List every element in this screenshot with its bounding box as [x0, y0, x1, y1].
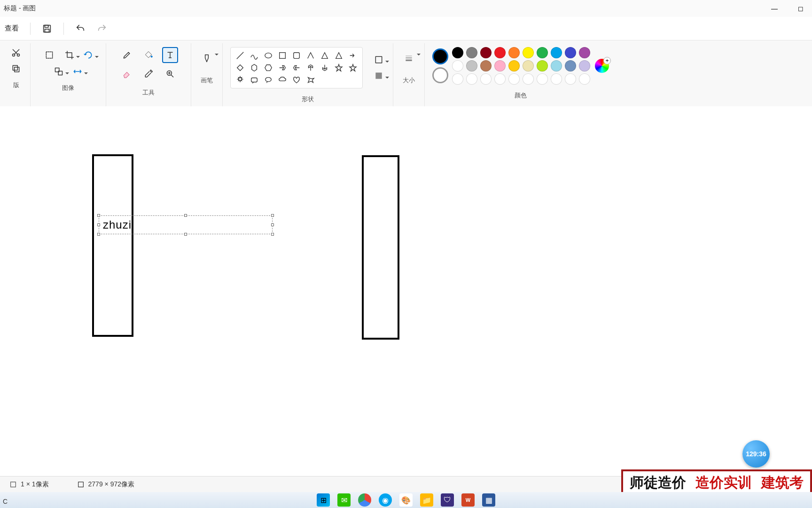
- shape-outline-icon[interactable]: [372, 54, 385, 65]
- color-picker-icon[interactable]: [141, 66, 156, 82]
- edit-colors-icon[interactable]: [595, 59, 609, 73]
- text-input-box[interactable]: zhuzi: [99, 215, 273, 234]
- minimize-button[interactable]: —: [767, 5, 782, 12]
- text-tool-icon[interactable]: [162, 47, 178, 63]
- taskbar: C ⊞ ✉ ◉ 🎨 📁 🛡 W ▦: [0, 492, 812, 508]
- taskbar-wps-icon[interactable]: W: [461, 493, 475, 507]
- crop-icon[interactable]: [63, 49, 76, 61]
- image-label: 图像: [62, 81, 74, 96]
- titlebar: 标题 - 画图 — ◻: [0, 0, 812, 17]
- weather-widget[interactable]: C: [3, 498, 8, 505]
- swatch[interactable]: [551, 47, 562, 58]
- svg-rect-2: [45, 29, 49, 32]
- start-button[interactable]: ⊞: [317, 493, 330, 507]
- color-2[interactable]: [432, 67, 448, 83]
- magnifier-icon[interactable]: [162, 66, 178, 82]
- size-label: 大小: [403, 73, 415, 88]
- svg-rect-31: [11, 482, 16, 487]
- flip-icon[interactable]: [71, 66, 84, 77]
- swatch-empty[interactable]: [537, 73, 548, 85]
- shapes-label: 形状: [302, 92, 314, 107]
- svg-rect-14: [294, 53, 300, 59]
- save-icon[interactable]: [42, 24, 52, 34]
- taskbar-explorer-icon[interactable]: 📁: [420, 493, 433, 507]
- swatch[interactable]: [579, 60, 590, 71]
- stroke-size-icon[interactable]: [401, 47, 417, 70]
- view-menu[interactable]: 查看: [5, 24, 19, 33]
- shape-fill-icon[interactable]: [372, 70, 385, 81]
- swatch[interactable]: [565, 60, 576, 71]
- brushes-label: 画笔: [201, 73, 213, 88]
- swatch-empty[interactable]: [466, 73, 477, 85]
- swatch[interactable]: [537, 47, 548, 58]
- shapes-gallery[interactable]: [230, 47, 363, 88]
- swatch[interactable]: [537, 60, 548, 71]
- swatch-empty[interactable]: [480, 73, 492, 85]
- svg-rect-6: [13, 65, 17, 70]
- taskbar-paint-icon[interactable]: 🎨: [399, 493, 413, 507]
- swatch[interactable]: [466, 47, 477, 58]
- cut-icon[interactable]: [9, 47, 23, 58]
- ribbon: 版 图像 工具 画笔: [0, 40, 812, 108]
- swatch[interactable]: [480, 60, 492, 71]
- size-group: 大小: [393, 43, 425, 107]
- svg-point-10: [151, 56, 152, 57]
- maximize-button[interactable]: ◻: [793, 5, 808, 12]
- redo-icon[interactable]: [97, 24, 107, 34]
- swatch[interactable]: [466, 60, 477, 71]
- fill-icon[interactable]: [141, 47, 156, 63]
- swatch[interactable]: [494, 60, 506, 71]
- taskbar-chrome-icon[interactable]: [358, 493, 371, 507]
- image-group: 图像: [31, 43, 106, 107]
- eraser-icon[interactable]: [119, 66, 135, 82]
- swatch-empty[interactable]: [452, 73, 463, 85]
- svg-rect-18: [375, 72, 382, 79]
- swatch[interactable]: [565, 47, 576, 58]
- swatch-empty[interactable]: [494, 73, 506, 85]
- drawn-rectangle: [362, 155, 399, 340]
- taskbar-app-icon[interactable]: ▦: [482, 493, 495, 507]
- undo-icon[interactable]: [75, 24, 86, 34]
- swatch[interactable]: [523, 60, 534, 71]
- color-palette: [452, 47, 591, 85]
- taskbar-app-icon[interactable]: ◉: [379, 493, 392, 507]
- swatch[interactable]: [508, 47, 520, 58]
- clipboard-group: 版: [2, 43, 31, 107]
- swatch[interactable]: [523, 47, 534, 58]
- swatch[interactable]: [579, 47, 590, 58]
- tools-label: 工具: [142, 86, 155, 101]
- swatch-empty[interactable]: [579, 73, 590, 85]
- swatch-empty[interactable]: [565, 73, 576, 85]
- swatch[interactable]: [508, 60, 520, 71]
- color-1[interactable]: [432, 48, 448, 64]
- rotate-icon[interactable]: [82, 49, 95, 61]
- swatch[interactable]: [480, 47, 492, 58]
- swatch[interactable]: [551, 60, 562, 71]
- swatch-empty[interactable]: [523, 73, 534, 85]
- svg-rect-13: [280, 53, 286, 59]
- timer-overlay: 129:36: [742, 440, 770, 468]
- brushes-group: 画笔: [191, 43, 223, 107]
- selection-size: 1 × 1像素: [9, 480, 49, 489]
- canvas[interactable]: zhuzi: [0, 106, 812, 487]
- copy-icon[interactable]: [9, 63, 23, 74]
- swatch-empty[interactable]: [551, 73, 562, 85]
- svg-rect-5: [15, 67, 19, 72]
- taskbar-wechat-icon[interactable]: ✉: [337, 493, 351, 507]
- tools-group: 工具: [106, 43, 191, 107]
- canvas-size: 2779 × 972像素: [77, 480, 134, 489]
- swatch-empty[interactable]: [508, 73, 520, 85]
- swatch[interactable]: [452, 47, 463, 58]
- clipboard-label: 版: [13, 78, 19, 93]
- swatch[interactable]: [494, 47, 506, 58]
- swatch[interactable]: [452, 60, 463, 71]
- select-icon[interactable]: [41, 47, 57, 63]
- resize-icon[interactable]: [52, 66, 65, 77]
- pencil-icon[interactable]: [119, 47, 135, 63]
- svg-rect-15: [251, 78, 258, 82]
- svg-rect-7: [46, 52, 52, 58]
- brush-icon[interactable]: [199, 47, 215, 70]
- window-title: 标题 - 画图: [4, 4, 36, 13]
- taskbar-shield-icon[interactable]: 🛡: [441, 493, 454, 507]
- shapes-group: 形状: [223, 43, 393, 107]
